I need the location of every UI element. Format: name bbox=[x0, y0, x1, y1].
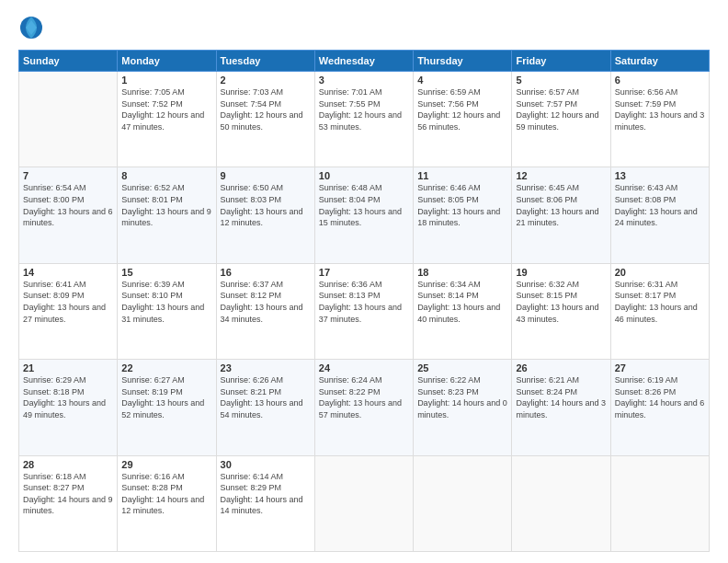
week-row-5: 28Sunrise: 6:18 AMSunset: 8:27 PMDayligh… bbox=[19, 455, 710, 551]
day-number: 10 bbox=[319, 170, 409, 181]
calendar-cell: 28Sunrise: 6:18 AMSunset: 8:27 PMDayligh… bbox=[19, 455, 118, 551]
day-number: 16 bbox=[221, 267, 311, 278]
calendar-cell: 22Sunrise: 6:27 AMSunset: 8:19 PMDayligh… bbox=[118, 360, 216, 455]
day-info: Sunrise: 6:24 AMSunset: 8:22 PMDaylight:… bbox=[319, 374, 409, 420]
day-info: Sunrise: 6:45 AMSunset: 8:06 PMDaylight:… bbox=[516, 182, 606, 228]
day-number: 8 bbox=[121, 170, 211, 181]
day-number: 13 bbox=[615, 170, 705, 181]
day-number: 25 bbox=[417, 362, 507, 373]
calendar-cell: 6Sunrise: 6:56 AMSunset: 7:59 PMDaylight… bbox=[610, 72, 709, 167]
calendar-cell: 23Sunrise: 6:26 AMSunset: 8:21 PMDayligh… bbox=[216, 360, 314, 455]
day-number: 27 bbox=[615, 362, 705, 373]
day-info: Sunrise: 6:22 AMSunset: 8:23 PMDaylight:… bbox=[417, 374, 507, 420]
weekday-header-monday: Monday bbox=[118, 51, 216, 72]
day-info: Sunrise: 6:34 AMSunset: 8:14 PMDaylight:… bbox=[417, 279, 507, 325]
day-number: 26 bbox=[516, 362, 606, 373]
day-number: 23 bbox=[221, 362, 311, 373]
calendar-cell: 8Sunrise: 6:52 AMSunset: 8:01 PMDaylight… bbox=[118, 167, 216, 263]
day-info: Sunrise: 6:56 AMSunset: 7:59 PMDaylight:… bbox=[615, 86, 705, 132]
page: SundayMondayTuesdayWednesdayThursdayFrid… bbox=[0, 0, 728, 563]
day-info: Sunrise: 6:37 AMSunset: 8:12 PMDaylight:… bbox=[221, 279, 311, 325]
day-number: 14 bbox=[23, 267, 113, 278]
day-info: Sunrise: 6:57 AMSunset: 7:57 PMDaylight:… bbox=[516, 86, 606, 132]
day-number: 9 bbox=[221, 170, 311, 181]
week-row-1: 1Sunrise: 7:05 AMSunset: 7:52 PMDaylight… bbox=[19, 72, 710, 167]
weekday-header-friday: Friday bbox=[512, 51, 610, 72]
day-info: Sunrise: 6:21 AMSunset: 8:24 PMDaylight:… bbox=[516, 374, 606, 420]
calendar-cell bbox=[512, 455, 610, 551]
calendar-cell bbox=[414, 455, 512, 551]
weekday-header-thursday: Thursday bbox=[414, 51, 512, 72]
calendar-cell: 26Sunrise: 6:21 AMSunset: 8:24 PMDayligh… bbox=[512, 360, 610, 455]
calendar-cell: 7Sunrise: 6:54 AMSunset: 8:00 PMDaylight… bbox=[19, 167, 118, 263]
calendar-cell: 1Sunrise: 7:05 AMSunset: 7:52 PMDaylight… bbox=[118, 72, 216, 167]
logo-icon bbox=[18, 15, 44, 40]
day-number: 1 bbox=[121, 75, 211, 86]
week-row-3: 14Sunrise: 6:41 AMSunset: 8:09 PMDayligh… bbox=[19, 263, 710, 359]
calendar-cell bbox=[314, 455, 413, 551]
week-row-4: 21Sunrise: 6:29 AMSunset: 8:18 PMDayligh… bbox=[19, 360, 710, 455]
week-row-2: 7Sunrise: 6:54 AMSunset: 8:00 PMDaylight… bbox=[19, 167, 710, 263]
day-info: Sunrise: 6:41 AMSunset: 8:09 PMDaylight:… bbox=[23, 279, 113, 325]
day-number: 24 bbox=[319, 362, 409, 373]
day-info: Sunrise: 6:46 AMSunset: 8:05 PMDaylight:… bbox=[417, 182, 507, 228]
weekday-header-sunday: Sunday bbox=[19, 51, 118, 72]
day-number: 11 bbox=[417, 170, 507, 181]
calendar-cell: 27Sunrise: 6:19 AMSunset: 8:26 PMDayligh… bbox=[610, 360, 709, 455]
day-number: 12 bbox=[516, 170, 606, 181]
day-number: 29 bbox=[121, 459, 211, 470]
weekday-header-saturday: Saturday bbox=[610, 51, 709, 72]
day-number: 6 bbox=[615, 75, 705, 86]
logo bbox=[18, 15, 48, 40]
header bbox=[18, 15, 710, 40]
day-number: 21 bbox=[23, 362, 113, 373]
day-info: Sunrise: 6:52 AMSunset: 8:01 PMDaylight:… bbox=[121, 182, 211, 228]
day-info: Sunrise: 6:18 AMSunset: 8:27 PMDaylight:… bbox=[23, 471, 113, 517]
day-info: Sunrise: 7:01 AMSunset: 7:55 PMDaylight:… bbox=[319, 86, 409, 132]
weekday-header-wednesday: Wednesday bbox=[314, 51, 413, 72]
calendar-cell: 13Sunrise: 6:43 AMSunset: 8:08 PMDayligh… bbox=[610, 167, 709, 263]
day-info: Sunrise: 7:03 AMSunset: 7:54 PMDaylight:… bbox=[221, 86, 311, 132]
calendar-table: SundayMondayTuesdayWednesdayThursdayFrid… bbox=[18, 50, 710, 552]
day-number: 4 bbox=[417, 75, 507, 86]
day-info: Sunrise: 6:19 AMSunset: 8:26 PMDaylight:… bbox=[615, 374, 705, 420]
calendar-cell: 18Sunrise: 6:34 AMSunset: 8:14 PMDayligh… bbox=[414, 263, 512, 359]
calendar-cell: 2Sunrise: 7:03 AMSunset: 7:54 PMDaylight… bbox=[216, 72, 314, 167]
day-info: Sunrise: 6:29 AMSunset: 8:18 PMDaylight:… bbox=[23, 374, 113, 420]
calendar-cell: 11Sunrise: 6:46 AMSunset: 8:05 PMDayligh… bbox=[414, 167, 512, 263]
day-info: Sunrise: 7:05 AMSunset: 7:52 PMDaylight:… bbox=[121, 86, 211, 132]
day-number: 3 bbox=[319, 75, 409, 86]
calendar-cell: 29Sunrise: 6:16 AMSunset: 8:28 PMDayligh… bbox=[118, 455, 216, 551]
day-number: 15 bbox=[121, 267, 211, 278]
calendar-cell: 12Sunrise: 6:45 AMSunset: 8:06 PMDayligh… bbox=[512, 167, 610, 263]
day-info: Sunrise: 6:50 AMSunset: 8:03 PMDaylight:… bbox=[221, 182, 311, 228]
day-info: Sunrise: 6:39 AMSunset: 8:10 PMDaylight:… bbox=[121, 279, 211, 325]
day-number: 28 bbox=[23, 459, 113, 470]
day-info: Sunrise: 6:43 AMSunset: 8:08 PMDaylight:… bbox=[615, 182, 705, 228]
day-info: Sunrise: 6:26 AMSunset: 8:21 PMDaylight:… bbox=[221, 374, 311, 420]
day-number: 30 bbox=[221, 459, 311, 470]
day-number: 5 bbox=[516, 75, 606, 86]
day-info: Sunrise: 6:16 AMSunset: 8:28 PMDaylight:… bbox=[121, 471, 211, 517]
weekday-header-tuesday: Tuesday bbox=[216, 51, 314, 72]
day-info: Sunrise: 6:27 AMSunset: 8:19 PMDaylight:… bbox=[121, 374, 211, 420]
calendar-cell: 3Sunrise: 7:01 AMSunset: 7:55 PMDaylight… bbox=[314, 72, 413, 167]
day-number: 7 bbox=[23, 170, 113, 181]
day-info: Sunrise: 6:36 AMSunset: 8:13 PMDaylight:… bbox=[319, 279, 409, 325]
calendar-cell: 16Sunrise: 6:37 AMSunset: 8:12 PMDayligh… bbox=[216, 263, 314, 359]
calendar-cell: 4Sunrise: 6:59 AMSunset: 7:56 PMDaylight… bbox=[414, 72, 512, 167]
day-info: Sunrise: 6:59 AMSunset: 7:56 PMDaylight:… bbox=[417, 86, 507, 132]
calendar-cell: 25Sunrise: 6:22 AMSunset: 8:23 PMDayligh… bbox=[414, 360, 512, 455]
day-number: 2 bbox=[221, 75, 311, 86]
calendar-cell: 17Sunrise: 6:36 AMSunset: 8:13 PMDayligh… bbox=[314, 263, 413, 359]
day-number: 18 bbox=[417, 267, 507, 278]
calendar-cell: 5Sunrise: 6:57 AMSunset: 7:57 PMDaylight… bbox=[512, 72, 610, 167]
calendar-cell: 21Sunrise: 6:29 AMSunset: 8:18 PMDayligh… bbox=[19, 360, 118, 455]
day-info: Sunrise: 6:48 AMSunset: 8:04 PMDaylight:… bbox=[319, 182, 409, 228]
calendar-cell: 10Sunrise: 6:48 AMSunset: 8:04 PMDayligh… bbox=[314, 167, 413, 263]
day-number: 19 bbox=[516, 267, 606, 278]
day-info: Sunrise: 6:32 AMSunset: 8:15 PMDaylight:… bbox=[516, 279, 606, 325]
day-info: Sunrise: 6:54 AMSunset: 8:00 PMDaylight:… bbox=[23, 182, 113, 228]
calendar-cell: 15Sunrise: 6:39 AMSunset: 8:10 PMDayligh… bbox=[118, 263, 216, 359]
day-info: Sunrise: 6:14 AMSunset: 8:29 PMDaylight:… bbox=[221, 471, 311, 517]
